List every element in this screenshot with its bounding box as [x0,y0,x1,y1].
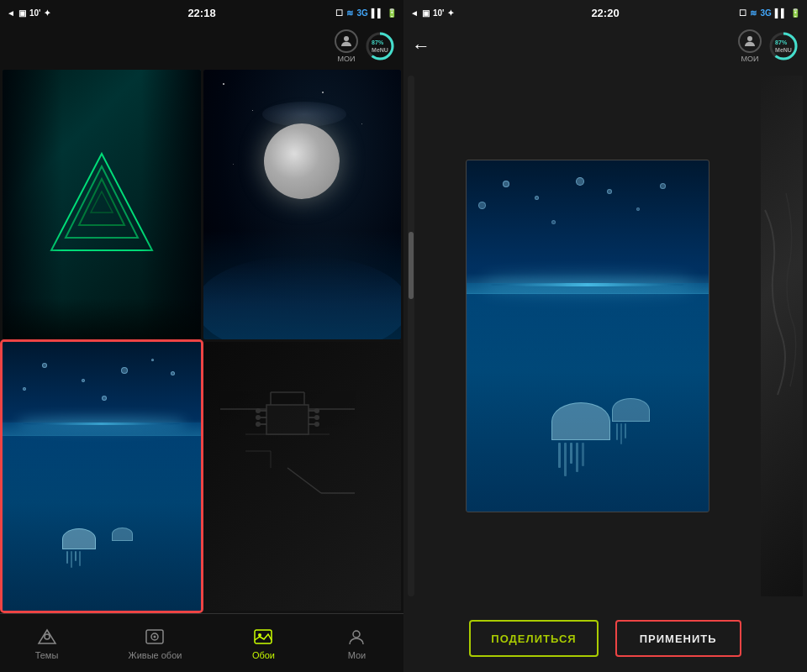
time-left: 22:18 [187,7,215,19]
apply-button[interactable]: ПРИМЕНИТЬ [615,620,741,657]
status-bar-right: ◄▣10'✦ 22:20 ☐≋3G▌▌🔋 [404,0,807,25]
menu-progress-right[interactable]: 87% MeNU [768,31,799,61]
top-bar-left: МОИ 87% MeNU [0,25,404,67]
nav-themes[interactable]: Темы [35,627,59,660]
svg-point-28 [314,422,319,427]
nav-live-wallpapers[interactable]: Живые обои [129,627,182,660]
wallpapers-icon [251,627,275,647]
share-button[interactable]: ПОДЕЛИТЬСЯ [469,620,598,657]
status-right-right-icons: ☐≋3G▌▌🔋 [739,8,800,18]
wallpaper-triangle-cell[interactable] [3,70,201,339]
status-right-icons-left: ☐≋3G▌▌🔋 [335,8,397,18]
svg-point-27 [314,415,319,420]
svg-point-23 [256,408,261,413]
moi-button-left[interactable]: МОИ [335,29,358,63]
wallpaper-triangle-art [3,70,201,339]
wallpaper-moon-cell[interactable] [203,70,402,339]
preview-wallpaper [466,160,709,512]
jellyfish [62,528,96,570]
moon-circle [264,123,340,199]
nav-mine[interactable]: Мои [345,627,368,660]
svg-point-25 [256,422,261,427]
nav-wallpapers[interactable]: Обои [251,627,275,660]
status-right-left-icons: ◄▣10'✦ [410,8,454,18]
preview-area [404,67,807,605]
scroll-indicator[interactable] [408,76,414,596]
top-bar-right: ← МОИ 87% MeNU [404,25,807,67]
svg-point-38 [747,36,752,41]
status-bar-left: ◄▣10'✦ 22:18 ☐≋3G▌▌🔋 [0,0,404,25]
wallpaper-ocean-cell[interactable] [3,342,201,612]
svg-point-37 [353,631,360,638]
svg-point-26 [314,408,319,413]
wallpaper-ocean-art [3,342,201,612]
right-panel: ◄▣10'✦ 22:20 ☐≋3G▌▌🔋 ← МОИ 87% [404,0,807,672]
status-left-icons: ◄▣10'✦ [7,8,50,18]
preview-bubbles [467,171,709,294]
bottom-buttons: ПОДЕЛИТЬСЯ ПРИМЕНИТЬ [404,605,807,672]
svg-point-0 [344,36,349,41]
preview-container [419,76,757,596]
svg-point-24 [256,415,261,420]
preview-jellyfish-large [551,402,610,470]
svg-line-29 [287,468,321,493]
scroll-thumb [409,232,414,299]
menu-progress-left[interactable]: 87% MeNU [365,31,395,61]
live-wallpapers-icon [143,627,166,647]
user-icon-right [738,29,762,53]
wallpaper-circuit-art [203,342,402,612]
svg-point-31 [45,634,50,639]
wallpaper-circuit-cell[interactable] [203,342,402,612]
user-icon-left [335,29,358,53]
themes-icon [35,627,59,647]
svg-rect-16 [266,405,309,434]
menu-percent-left: 87% MeNU [372,39,388,54]
time-right: 22:20 [591,7,619,19]
svg-point-34 [154,635,156,638]
back-button[interactable]: ← [412,35,430,57]
mine-icon [345,627,368,647]
side-peek-image [761,76,803,596]
peek-image [761,76,803,596]
bottom-nav: Темы Живые обои Обои [0,613,404,672]
moi-button-right[interactable]: МОИ [738,29,762,63]
wallpaper-moon-art [203,70,402,339]
left-panel: ◄▣10'✦ 22:18 ☐≋3G▌▌🔋 МОИ 87% MeNU [0,0,404,672]
wallpaper-grid [0,67,404,613]
menu-percent-right: 87% MeNU [775,39,792,54]
